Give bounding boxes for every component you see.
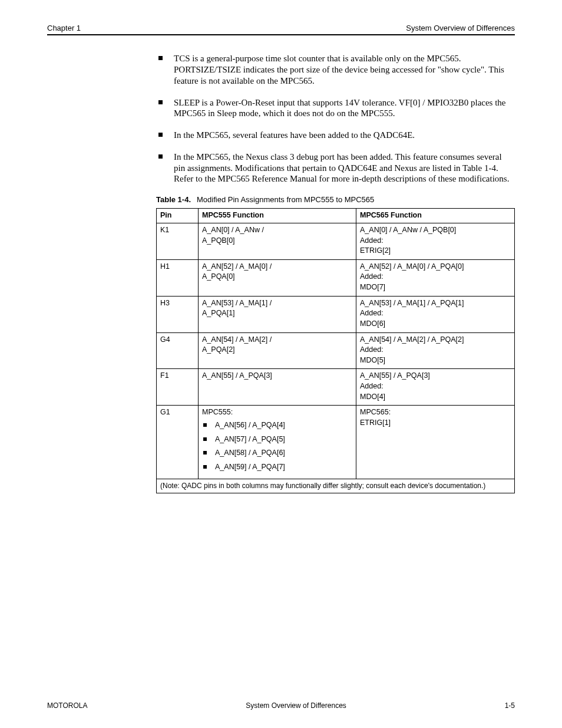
- footer-left: MOTOROLA: [47, 701, 87, 710]
- cell-mpc555: A_AN[53] / A_MA[1] / A_PQA[1]: [199, 296, 356, 332]
- th-mpc565: MPC565 Function: [356, 209, 515, 223]
- table-row: H1 A_AN[52] / A_MA[0] / A_PQA[0] A_AN[52…: [157, 259, 515, 296]
- cell-pin: F1: [157, 369, 199, 406]
- cell-mpc565: A_AN[54] / A_MA[2] / A_PQA[2] Added: MDO…: [356, 332, 515, 369]
- list-item: A_AN[58] / A_PQA[6]: [202, 449, 352, 458]
- footer-center: System Overview of Differences: [246, 701, 346, 710]
- top-bullet-list: TCS is a general-purpose time slot count…: [156, 53, 515, 185]
- cell-mpc565: MPC565: ETRIG[1]: [356, 406, 515, 479]
- cell-mpc565: A_AN[0] / A_ANw / A_PQB[0] Added: ETRIG[…: [356, 223, 515, 259]
- list-item: In the MPC565, the Nexus class 3 debug p…: [156, 151, 515, 185]
- table-row: H3 A_AN[53] / A_MA[1] / A_PQA[1] A_AN[53…: [157, 296, 515, 332]
- table-footnote-row: (Note: QADC pins in both columns may fun…: [157, 479, 515, 493]
- cell-mpc565: A_AN[53] / A_MA[1] / A_PQA[1] Added: MDO…: [356, 296, 515, 332]
- cell-mpc555: MPC555: A_AN[56] / A_PQA[4] A_AN[57] / A…: [199, 406, 356, 479]
- header-rule: [47, 34, 515, 35]
- cell-pin: K1: [157, 223, 199, 259]
- th-mpc555: MPC555 Function: [199, 209, 356, 223]
- table-caption: Table 1-4.Modified Pin Assignments from …: [156, 195, 515, 205]
- inner-bullet-list: A_AN[56] / A_PQA[4] A_AN[57] / A_PQA[5] …: [202, 421, 352, 472]
- cell-mpc565: A_AN[55] / A_PQA[3] Added: MDO[4]: [356, 369, 515, 406]
- cell-mpc555: A_AN[55] / A_PQA[3]: [199, 369, 356, 406]
- cell-pin: G4: [157, 332, 199, 369]
- table-row: K1 A_AN[0] / A_ANw / A_PQB[0] A_AN[0] / …: [157, 223, 515, 259]
- table-number: Table 1-4.: [156, 195, 191, 204]
- list-item: A_AN[57] / A_PQA[5]: [202, 435, 352, 444]
- table-row: G4 A_AN[54] / A_MA[2] / A_PQA[2] A_AN[54…: [157, 332, 515, 369]
- list-item: In the MPC565, several features have bee…: [156, 130, 515, 141]
- table-row: F1 A_AN[55] / A_PQA[3] A_AN[55] / A_PQA[…: [157, 369, 515, 406]
- cell-mpc555: A_AN[54] / A_MA[2] / A_PQA[2]: [199, 332, 356, 369]
- list-item: SLEEP is a Power-On-Reset input that sup…: [156, 97, 515, 120]
- list-item: A_AN[59] / A_PQA[7]: [202, 463, 352, 472]
- cell-pin: H1: [157, 259, 199, 296]
- cell-pin: H3: [157, 296, 199, 332]
- table-row: G1 MPC555: A_AN[56] / A_PQA[4] A_AN[57] …: [157, 406, 515, 479]
- header-right: System Overview of Differences: [406, 24, 515, 33]
- cell-mpc555: A_AN[0] / A_ANw / A_PQB[0]: [199, 223, 356, 259]
- cell-mpc555: A_AN[52] / A_MA[0] / A_PQA[0]: [199, 259, 356, 296]
- cell-pin: G1: [157, 406, 199, 479]
- table-header-row: Pin MPC555 Function MPC565 Function: [157, 209, 515, 223]
- list-item: A_AN[56] / A_PQA[4]: [202, 421, 352, 430]
- table-footnote: (Note: QADC pins in both columns may fun…: [157, 479, 515, 493]
- th-pin: Pin: [157, 209, 199, 223]
- cell-mpc565: A_AN[52] / A_MA[0] / A_PQA[0] Added: MDO…: [356, 259, 515, 296]
- pin-table: Pin MPC555 Function MPC565 Function K1 A…: [156, 208, 515, 493]
- footer-right: 1-5: [505, 701, 515, 710]
- list-item: TCS is a general-purpose time slot count…: [156, 53, 515, 86]
- header-left: Chapter 1: [47, 24, 81, 33]
- table-title: Modified Pin Assignments from MPC555 to …: [197, 195, 374, 204]
